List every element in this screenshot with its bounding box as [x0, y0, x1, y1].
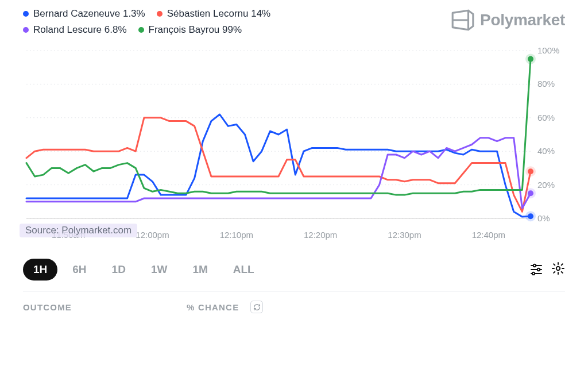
legend-item[interactable]: Sébastien Lecornu 14%	[157, 8, 271, 20]
y-tick: 0%	[537, 213, 550, 223]
range-all[interactable]: ALL	[223, 259, 265, 281]
y-tick: 40%	[537, 146, 555, 156]
outcome-header: OUTCOME	[23, 302, 72, 312]
gear-icon[interactable]	[551, 262, 565, 278]
series-line	[26, 59, 531, 195]
range-6h[interactable]: 6H	[62, 259, 96, 281]
series-end-marker	[528, 213, 533, 219]
brand-logo: Polymarket	[450, 8, 565, 32]
range-1m[interactable]: 1M	[182, 259, 218, 281]
series-end-marker	[528, 190, 533, 196]
divider	[23, 291, 565, 291]
range-1w[interactable]: 1W	[141, 259, 178, 281]
brand-name: Polymarket	[480, 11, 565, 29]
x-tick: 12:30pm	[388, 230, 421, 240]
legend-label: François Bayrou 99%	[149, 24, 242, 36]
range-1h[interactable]: 1H	[23, 259, 57, 281]
chart-legend: Bernard Cazeneuve 1.3%Sébastien Lecornu …	[23, 8, 345, 36]
legend-label: Bernard Cazeneuve 1.3%	[33, 8, 145, 20]
legend-dot	[23, 27, 29, 33]
sliders-icon[interactable]	[529, 262, 543, 278]
y-tick: 100%	[537, 46, 559, 55]
chance-header: % CHANCE	[187, 302, 239, 312]
legend-item[interactable]: Roland Lescure 6.8%	[23, 24, 127, 36]
svg-point-16	[532, 272, 535, 275]
time-range-selector: 1H6H1D1W1MALL	[23, 259, 265, 281]
range-1d[interactable]: 1D	[102, 259, 136, 281]
x-tick: 12:10pm	[220, 230, 253, 240]
refresh-button[interactable]	[250, 301, 263, 313]
line-chart: 0%20%40%60%80%100%11:50am12:00pm12:10pm1…	[23, 46, 565, 241]
x-tick: 12:40pm	[472, 230, 505, 240]
y-tick: 20%	[537, 180, 555, 190]
svg-point-14	[537, 268, 540, 271]
legend-dot	[157, 11, 163, 17]
legend-label: Roland Lescure 6.8%	[33, 24, 127, 36]
y-tick: 60%	[537, 113, 555, 122]
y-tick: 80%	[537, 79, 555, 89]
legend-dot	[138, 27, 144, 33]
svg-point-17	[556, 267, 560, 270]
legend-item[interactable]: Bernard Cazeneuve 1.3%	[23, 8, 145, 20]
series-end-marker	[528, 56, 533, 62]
chart-area: 0%20%40%60%80%100%11:50am12:00pm12:10pm1…	[23, 46, 565, 241]
svg-point-12	[533, 264, 536, 267]
legend-dot	[23, 11, 29, 17]
x-tick: 12:00pm	[136, 230, 169, 240]
series-end-marker	[528, 168, 533, 174]
polymarket-logo-icon	[450, 8, 474, 32]
x-tick: 12:20pm	[304, 230, 337, 240]
source-label: Source: Polymarket.com	[20, 224, 137, 237]
legend-label: Sébastien Lecornu 14%	[167, 8, 271, 20]
legend-item[interactable]: François Bayrou 99%	[138, 24, 242, 36]
